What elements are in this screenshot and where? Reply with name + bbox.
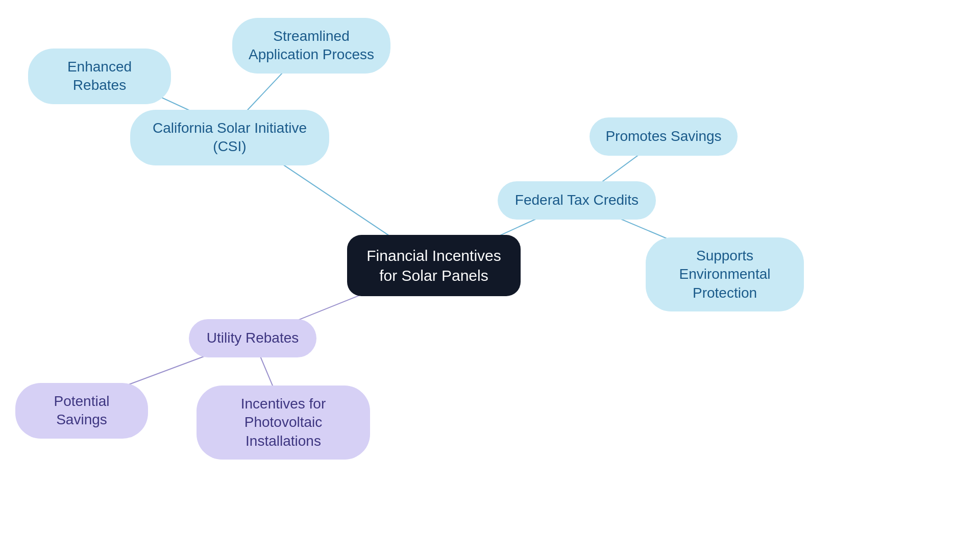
streamlined-node: Streamlined Application Process: [232, 18, 390, 74]
photovoltaic-node: Incentives for Photovoltaic Installation…: [197, 386, 370, 460]
center-node: Financial Incentives for Solar Panels: [347, 235, 521, 296]
photovoltaic-label: Incentives for Photovoltaic Installation…: [211, 395, 356, 450]
csi-label: California Solar Initiative (CSI): [144, 119, 315, 156]
federal-tax-label: Federal Tax Credits: [515, 191, 639, 209]
federal-tax-node: Federal Tax Credits: [498, 181, 656, 220]
potential-savings-label: Potential Savings: [30, 392, 134, 429]
utility-rebates-node: Utility Rebates: [189, 319, 316, 357]
center-label: Financial Incentives for Solar Panels: [361, 246, 506, 285]
streamlined-label: Streamlined Application Process: [247, 27, 376, 64]
promotes-savings-label: Promotes Savings: [605, 127, 721, 146]
enhanced-rebates-label: Enhanced Rebates: [42, 58, 157, 95]
csi-node: California Solar Initiative (CSI): [130, 110, 329, 165]
potential-savings-node: Potential Savings: [15, 383, 148, 439]
env-protection-label: Supports Environmental Protection: [660, 247, 790, 302]
env-protection-node: Supports Environmental Protection: [646, 237, 804, 311]
promotes-savings-node: Promotes Savings: [590, 117, 738, 156]
utility-rebates-label: Utility Rebates: [207, 329, 299, 347]
enhanced-rebates-node: Enhanced Rebates: [28, 49, 171, 104]
